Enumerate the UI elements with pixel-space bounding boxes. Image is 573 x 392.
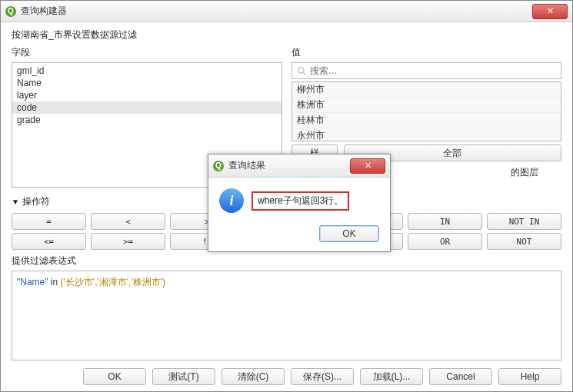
expression-header: 提供过滤表达式	[12, 254, 561, 267]
value-item[interactable]: 株洲市	[292, 98, 561, 113]
cancel-button[interactable]: Cancel	[429, 368, 492, 385]
ok-button[interactable]: OK	[83, 368, 146, 385]
clear-button[interactable]: 清除(C)	[222, 368, 285, 385]
op-lt[interactable]: <	[91, 213, 165, 230]
field-item[interactable]: Name	[12, 77, 282, 89]
dialog-message: where子句返回3行。	[252, 191, 349, 211]
value-item[interactable]: 柳州市	[292, 82, 561, 98]
expression-textarea[interactable]: "Name" in ('长沙市','湘潭市','株洲市')	[12, 271, 561, 360]
dialog-titlebar[interactable]: Q 查询结果 ✕	[208, 154, 390, 178]
instruction-text: 按湖南省_市界设置数据源过滤	[12, 28, 561, 42]
dialog-button-row: OK	[219, 225, 379, 242]
bottom-button-bar: OK 测试(T) 清除(C) 保存(S)... 加载(L)... Cancel …	[12, 368, 561, 385]
test-button[interactable]: 测试(T)	[152, 368, 215, 385]
expr-keyword: in	[48, 277, 61, 287]
window-title: 查询构建器	[21, 5, 532, 18]
dialog-title: 查询结果	[228, 159, 350, 172]
op-le[interactable]: <=	[12, 233, 86, 250]
op-eq[interactable]: =	[12, 213, 86, 230]
dialog-ok-button[interactable]: OK	[319, 225, 379, 242]
op-notin[interactable]: NOT IN	[487, 213, 561, 230]
field-item[interactable]: gml_id	[12, 65, 282, 77]
dialog-content-row: i where子句返回3行。	[219, 188, 379, 213]
search-input[interactable]	[310, 65, 557, 76]
field-item[interactable]: layer	[12, 89, 282, 101]
dialog-close-button[interactable]: ✕	[350, 158, 385, 174]
op-ge[interactable]: >=	[91, 233, 165, 250]
collapse-arrow-icon: ▼	[12, 198, 19, 206]
help-button[interactable]: Help	[498, 368, 561, 385]
operators-header: 操作符	[22, 195, 50, 208]
close-button[interactable]: ✕	[532, 4, 568, 19]
search-icon	[297, 66, 306, 75]
op-in[interactable]: IN	[408, 213, 482, 230]
values-header: 值	[291, 46, 562, 59]
dialog-app-icon: Q	[213, 161, 224, 171]
value-item[interactable]: 桂林市	[292, 113, 561, 128]
info-icon: i	[219, 188, 244, 213]
expr-field: "Name"	[17, 277, 48, 287]
expr-string: ('长沙市','湘潭市','株洲市')	[61, 277, 165, 287]
dialog-body: i where子句返回3行。 OK	[208, 178, 390, 251]
field-item[interactable]: grade	[12, 114, 282, 126]
save-button[interactable]: 保存(S)...	[291, 368, 354, 385]
op-not[interactable]: NOT	[487, 233, 561, 250]
main-titlebar[interactable]: Q 查询构建器 ✕	[1, 1, 572, 22]
field-item[interactable]: code	[12, 101, 282, 114]
fields-header: 字段	[12, 46, 282, 59]
app-icon: Q	[5, 6, 16, 17]
svg-point-0	[298, 68, 304, 74]
query-result-dialog: Q 查询结果 ✕ i where子句返回3行。 OK	[208, 154, 391, 252]
op-or[interactable]: OR	[408, 233, 482, 250]
load-button[interactable]: 加载(L)...	[360, 368, 423, 385]
search-wrap	[291, 62, 562, 79]
values-listbox[interactable]: 柳州市 株洲市 桂林市 永州市	[291, 81, 562, 141]
value-item[interactable]: 永州市	[292, 128, 561, 141]
svg-line-1	[303, 72, 305, 75]
